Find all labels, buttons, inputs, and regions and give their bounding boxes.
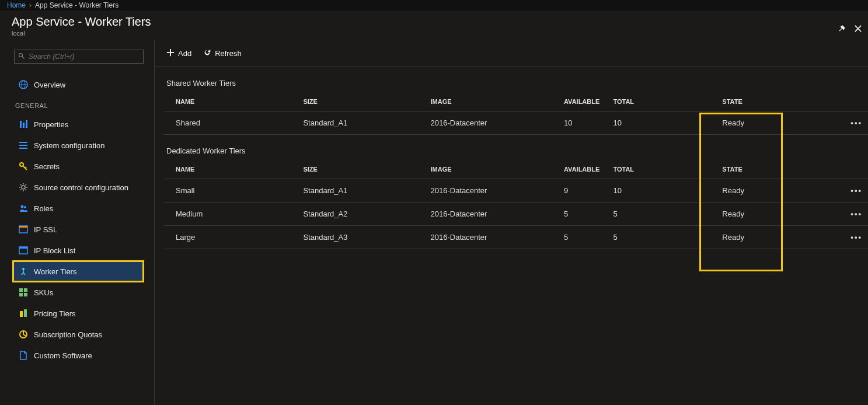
sidebar-item-subscription-quotas[interactable]: Subscription Quotas — [13, 324, 144, 345]
add-label: Add — [178, 49, 191, 58]
breadcrumb: Home › App Service - Worker Tiers — [0, 0, 868, 11]
svg-rect-20 — [19, 247, 27, 249]
pin-icon[interactable] — [838, 25, 846, 34]
cell-available: 5 — [558, 226, 607, 249]
svg-point-15 — [21, 205, 24, 208]
table-row[interactable]: MediumStandard_A22016-Datacenter55Ready•… — [164, 202, 868, 226]
cell-total: 10 — [607, 111, 716, 135]
col-available[interactable]: AVAILABLE — [558, 92, 607, 111]
refresh-button[interactable]: Refresh — [203, 48, 242, 58]
svg-rect-10 — [19, 148, 27, 149]
dedicated-table: NAME SIZE IMAGE AVAILABLE TOTAL STATE Sm… — [164, 160, 868, 249]
shared-table: NAME SIZE IMAGE AVAILABLE TOTAL STATE Sh… — [164, 92, 868, 135]
cell-image: 2016-Datacenter — [425, 111, 558, 135]
document-icon — [19, 351, 28, 360]
sidebar-section-general: GENERAL — [15, 102, 144, 109]
col-total[interactable]: TOTAL — [607, 92, 716, 111]
window-icon — [19, 246, 28, 255]
worker-icon — [19, 267, 28, 276]
cell-state: Ready — [716, 226, 843, 249]
window-icon — [19, 225, 28, 234]
cell-size: Standard_A1 — [297, 179, 424, 202]
col-state[interactable]: STATE — [716, 160, 843, 179]
svg-point-14 — [22, 186, 25, 189]
bars-icon — [19, 120, 28, 129]
globe-icon — [19, 80, 28, 89]
svg-rect-6 — [23, 123, 25, 128]
col-image[interactable]: IMAGE — [425, 92, 558, 111]
col-total[interactable]: TOTAL — [607, 160, 716, 179]
page-title: App Service - Worker Tiers — [12, 15, 856, 29]
plus-icon — [166, 48, 175, 58]
search-icon — [18, 53, 29, 61]
row-menu-button[interactable]: ••• — [843, 179, 868, 202]
cell-available: 5 — [558, 202, 607, 226]
sidebar-item-properties[interactable]: Properties — [13, 114, 144, 135]
cell-image: 2016-Datacenter — [425, 179, 558, 202]
cell-state: Ready — [716, 111, 843, 135]
sidebar-item-custom-software[interactable]: Custom Software — [13, 345, 144, 366]
sidebar-item-system-configuration[interactable]: System configuration — [13, 135, 144, 156]
svg-line-13 — [25, 167, 26, 168]
sidebar-item-pricing-tiers[interactable]: Pricing Tiers — [13, 303, 144, 324]
toolbar: Add Refresh — [155, 40, 868, 67]
search-input[interactable] — [29, 53, 140, 61]
add-button[interactable]: Add — [166, 48, 191, 58]
svg-rect-8 — [19, 142, 27, 143]
table-row[interactable]: SmallStandard_A12016-Datacenter910Ready•… — [164, 179, 868, 202]
cell-image: 2016-Datacenter — [425, 226, 558, 249]
sidebar-item-source-control[interactable]: Source control configuration — [13, 177, 144, 198]
cell-name: Medium — [164, 202, 297, 226]
sidebar-item-label: Custom Software — [34, 351, 92, 360]
sidebar-item-label: Subscription Quotas — [34, 330, 102, 339]
sidebar-item-label: Worker Tiers — [34, 267, 76, 276]
cell-total: 5 — [607, 202, 716, 226]
col-available[interactable]: AVAILABLE — [558, 160, 607, 179]
people-icon — [19, 204, 28, 213]
sidebar-item-label: Source control configuration — [34, 183, 128, 192]
svg-rect-9 — [19, 145, 27, 146]
sidebar-item-worker-tiers[interactable]: Worker Tiers — [13, 261, 144, 282]
svg-rect-26 — [20, 311, 23, 317]
svg-rect-25 — [24, 293, 27, 296]
sidebar-item-label: Secrets — [34, 162, 60, 171]
sidebar: Overview GENERAL Properties System confi… — [0, 40, 155, 405]
svg-rect-27 — [24, 309, 27, 317]
sidebar-item-secrets[interactable]: Secrets — [13, 156, 144, 177]
search-input-wrapper[interactable] — [14, 50, 144, 64]
svg-point-16 — [24, 206, 26, 208]
col-state[interactable]: STATE — [716, 92, 843, 111]
row-menu-button[interactable]: ••• — [843, 226, 868, 249]
cell-state: Ready — [716, 202, 843, 226]
sidebar-item-label: System configuration — [34, 141, 104, 150]
sidebar-item-overview[interactable]: Overview — [13, 74, 144, 95]
table-row[interactable]: LargeStandard_A32016-Datacenter55Ready••… — [164, 226, 868, 249]
cell-size: Standard_A2 — [297, 202, 424, 226]
row-menu-button[interactable]: ••• — [843, 111, 868, 135]
cell-available: 9 — [558, 179, 607, 202]
dedicated-section-title: Dedicated Worker Tiers — [155, 135, 868, 160]
grid-icon — [19, 288, 28, 297]
sidebar-item-skus[interactable]: SKUs — [13, 282, 144, 303]
table-row[interactable]: SharedStandard_A12016-Datacenter1010Read… — [164, 111, 868, 135]
col-name[interactable]: NAME — [164, 160, 297, 179]
sidebar-item-ip-ssl[interactable]: IP SSL — [13, 219, 144, 240]
sidebar-item-label: Properties — [34, 120, 68, 129]
svg-point-21 — [22, 268, 25, 270]
row-menu-button[interactable]: ••• — [843, 202, 868, 226]
svg-rect-7 — [26, 120, 27, 128]
col-name[interactable]: NAME — [164, 92, 297, 111]
breadcrumb-home[interactable]: Home — [7, 1, 26, 9]
cell-state: Ready — [716, 179, 843, 202]
col-size[interactable]: SIZE — [297, 160, 424, 179]
col-image[interactable]: IMAGE — [425, 160, 558, 179]
sidebar-item-label: Pricing Tiers — [34, 309, 76, 318]
col-size[interactable]: SIZE — [297, 92, 424, 111]
pie-icon — [19, 330, 28, 339]
sidebar-item-ip-block[interactable]: IP Block List — [13, 240, 144, 261]
close-icon[interactable] — [854, 25, 862, 34]
sidebar-item-roles[interactable]: Roles — [13, 198, 144, 219]
sidebar-item-label: Roles — [34, 204, 53, 213]
svg-rect-24 — [19, 293, 23, 296]
sidebar-item-label: IP SSL — [34, 225, 57, 234]
